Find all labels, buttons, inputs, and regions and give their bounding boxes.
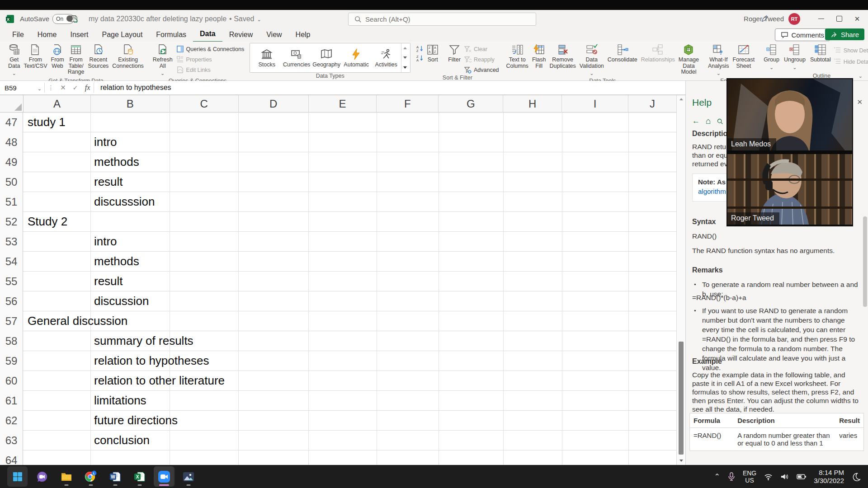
cell-b55[interactable]: result [94,272,123,291]
table-row[interactable]: 52Study 2 [0,212,676,232]
cell-a52[interactable]: Study 2 [28,212,67,231]
recent-sources-button[interactable]: Recent Sources [86,43,111,70]
row-header[interactable]: 50 [0,172,23,192]
column-header-e[interactable]: E [309,95,377,113]
cell-b58[interactable]: summary of results [94,331,193,351]
search-input[interactable]: Search (Alt+Q) [348,13,536,26]
sheet-vertical-scrollbar[interactable] [676,95,685,465]
autosave-control[interactable]: AutoSave On [20,10,74,28]
save-button[interactable] [70,10,78,28]
gallery-scroll-controls[interactable] [401,43,408,72]
table-row[interactable]: 62future directions [0,411,676,431]
table-row[interactable]: 51discusssion [0,192,676,212]
row-header[interactable]: 59 [0,351,23,371]
cell-b60[interactable]: relation to other literature [94,371,225,390]
word-button[interactable]: W [105,466,125,487]
automatic-button[interactable]: Automatic [341,48,371,68]
from-table-range-button[interactable]: From Table/ Range [66,43,86,76]
column-header-c[interactable]: C [170,95,239,113]
cell-b59-active[interactable]: relation to hypotheses [94,351,209,371]
forecast-sheet-button[interactable]: Forecast Sheet [731,43,757,70]
remove-duplicates-button[interactable]: Remove Duplicates [547,43,577,70]
tab-data[interactable]: Data [193,27,222,42]
advanced-filter-button[interactable]: Advanced [464,65,499,75]
tab-home[interactable]: Home [31,28,64,42]
table-row[interactable]: 59relation to hypotheses [0,351,676,371]
comments-button[interactable]: Comments [775,28,830,41]
cell-a57[interactable]: General discussion [28,311,127,331]
row-header[interactable]: 63 [0,431,23,450]
row-header[interactable]: 58 [0,331,23,351]
help-search-icon[interactable] [717,118,723,125]
avatar[interactable]: RT [788,13,800,25]
row-header[interactable]: 62 [0,411,23,431]
geography-button[interactable]: Geography [311,48,341,68]
scroll-down-icon[interactable] [679,460,683,462]
tab-review[interactable]: Review [222,28,259,42]
account-area[interactable]: Roger Tweed RT [744,10,800,28]
excel-button[interactable]: X [129,466,150,487]
gallery-scroll-down-icon[interactable] [403,56,407,59]
cell-b56[interactable]: discussion [94,291,149,311]
select-all-corner[interactable] [0,95,24,112]
table-row[interactable]: 57General discussion [0,311,676,331]
minimize-button[interactable] [812,10,830,28]
row-header[interactable]: 48 [0,132,23,152]
cell-b63[interactable]: conclusion [94,431,150,450]
column-header-h[interactable]: H [503,95,562,113]
language-indicator[interactable]: ENG US [743,469,756,484]
photos-button[interactable] [178,466,198,487]
from-web-button[interactable]: From Web [49,43,66,70]
table-row[interactable]: 55result [0,272,676,291]
table-row[interactable]: 64 [0,450,676,465]
from-text-csv-button[interactable]: From Text/CSV [22,43,49,70]
share-button[interactable]: Share [825,28,864,40]
close-button[interactable] [848,10,866,28]
gallery-scroll-up-icon[interactable] [403,47,407,49]
sort-az-icon[interactable]: AZ [416,45,424,52]
speaker-icon[interactable] [780,473,789,480]
row-header[interactable]: 60 [0,371,23,391]
chat-app-button[interactable] [32,466,52,487]
row-header[interactable]: 56 [0,291,23,311]
tab-view[interactable]: View [259,28,288,42]
cell-b62[interactable]: future directions [94,411,178,430]
cell-b50[interactable]: result [94,172,123,192]
maximize-button[interactable] [830,10,848,28]
table-row[interactable]: 50result [0,172,676,192]
outline-group-button[interactable]: Group [762,43,781,71]
column-header-i[interactable]: I [562,95,628,113]
row-header[interactable]: 64 [0,450,23,465]
currencies-button[interactable]: Currencies [282,48,311,68]
formula-input[interactable]: relation to hypotheses [100,84,171,92]
get-data-button[interactable]: Get Data [6,43,22,78]
filter-button[interactable]: Filter [446,43,462,64]
cell-b61[interactable]: limitations [94,391,146,410]
collapse-ribbon-icon[interactable] [859,72,863,79]
cell-b51[interactable]: discusssion [94,192,155,211]
name-box[interactable]: B59 [0,81,44,94]
table-row[interactable]: 47study 1 [0,113,676,132]
consolidate-button[interactable]: Consolidate [606,43,639,64]
column-header-g[interactable]: G [439,95,503,113]
battery-icon[interactable] [797,474,806,480]
what-if-analysis-button[interactable]: ? What-If Analysis [706,43,731,78]
row-header[interactable]: 57 [0,311,23,331]
row-header[interactable]: 47 [0,113,23,132]
zoom-button[interactable] [154,466,174,487]
table-row[interactable]: 54methods [0,252,676,272]
chrome-button[interactable]: L [80,466,101,487]
table-row[interactable]: 48intro [0,132,676,152]
focus-assist-moon-icon[interactable] [852,472,861,481]
document-title[interactable]: my data 220330c after deleting lazy peop… [89,10,261,28]
data-validation-button[interactable]: Data Validation [578,43,606,78]
tab-page-layout[interactable]: Page Layout [95,28,149,42]
table-row[interactable]: 49methods [0,152,676,172]
video-call-overlay[interactable]: Leah Medos Roger Tweed [726,78,853,226]
tab-insert[interactable]: Insert [63,28,95,42]
sort-button[interactable]: ZAAZ Sort [425,43,440,64]
row-header[interactable]: 54 [0,252,23,272]
activities-button[interactable]: Activities [371,48,401,68]
table-row[interactable]: 60relation to other literature [0,371,676,391]
row-header[interactable]: 53 [0,232,23,252]
